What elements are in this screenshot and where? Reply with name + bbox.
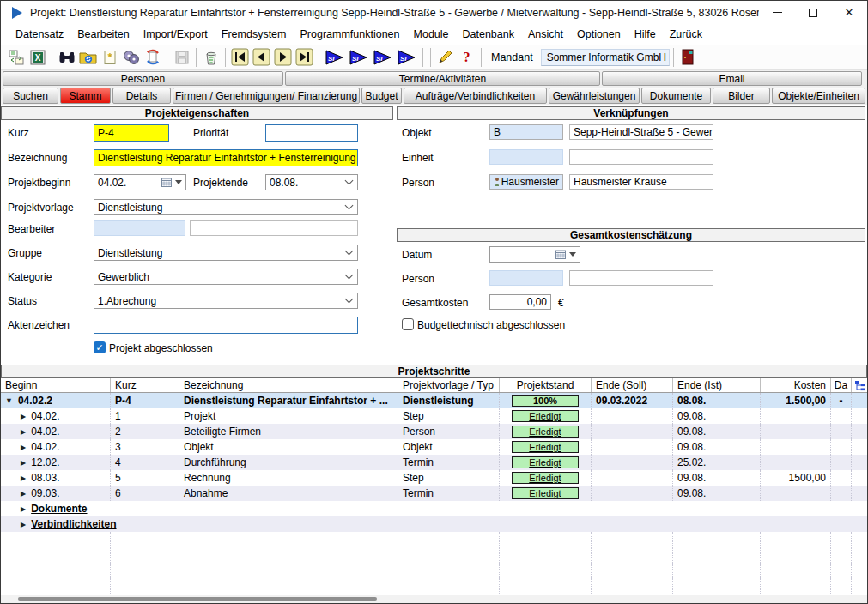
person-code-field[interactable]: Hausmeister xyxy=(489,174,563,190)
column-header-kurz[interactable]: Kurz xyxy=(111,378,179,392)
tab-email[interactable]: Email xyxy=(602,71,862,86)
expand-right-icon[interactable]: ▶ xyxy=(21,428,26,436)
table-row-step[interactable]: ▶09.03.6AbnahmeTerminErledigt09.08. xyxy=(1,486,867,501)
menu-item-import-export[interactable]: Import/Export xyxy=(137,26,215,43)
datum-field[interactable] xyxy=(489,246,580,263)
expand-right-icon[interactable]: ▶ xyxy=(21,474,26,482)
si-module-1-icon[interactable]: SI xyxy=(323,46,347,68)
prioritaet-field[interactable] xyxy=(265,124,358,142)
chevron-down-icon[interactable] xyxy=(345,295,354,304)
tab-firmen-genehmigungen-finanzierung[interactable]: Firmen / Genehmigungen/ Finanzierung xyxy=(173,88,360,104)
expand-right-icon[interactable]: ▶ xyxy=(21,444,26,451)
table-row-step[interactable]: ▶04.02.3ObjektObjektErledigt09.08. xyxy=(1,439,867,455)
einheit-name-field[interactable] xyxy=(569,149,713,165)
aktenzeichen-field[interactable] xyxy=(94,317,358,334)
tab-auftr-ge-verbindlichkeiten[interactable]: Aufträge/Verbindlichkeiten xyxy=(404,88,547,104)
tab-details[interactable]: Details xyxy=(112,88,171,104)
status-badge[interactable]: Erledigt xyxy=(512,472,579,484)
objekt-code-field[interactable]: B xyxy=(489,124,563,140)
status-badge[interactable]: Erledigt xyxy=(512,487,579,499)
objekt-name-field[interactable]: Sepp-Heindl-Straße 5 - Gewerbe / xyxy=(569,124,713,140)
tab-gew-hrleistungen[interactable]: Gewährleistungen xyxy=(549,88,640,104)
edit-pencil-icon[interactable] xyxy=(434,46,456,68)
bezeichnung-field[interactable]: Dienstleistung Reparatur Einfahrtstor + … xyxy=(94,149,358,166)
table-row-step[interactable]: ▶04.02.2Beteiligte FirmenPersonErledigt0… xyxy=(1,424,867,439)
chevron-down-icon[interactable] xyxy=(345,202,354,210)
scrollbar-thumb[interactable] xyxy=(18,597,377,601)
status-dropdown[interactable]: 1.Abrechung xyxy=(94,293,358,309)
nav-previous-icon[interactable] xyxy=(251,46,272,68)
status-badge[interactable]: Erledigt xyxy=(512,410,579,422)
menu-item-module[interactable]: Module xyxy=(407,26,456,43)
expand-right-icon[interactable]: ▶ xyxy=(21,521,26,528)
einheit-code-field[interactable] xyxy=(489,149,563,165)
tab-budget[interactable]: Budget xyxy=(361,88,402,104)
person-name-field[interactable]: Hausmeister Krause xyxy=(569,174,713,190)
expand-right-icon[interactable]: ▶ xyxy=(21,490,26,498)
nav-last-icon[interactable] xyxy=(294,46,315,68)
table-row-verbindlichkeiten[interactable]: ▶Verbindlichkeiten xyxy=(1,516,867,532)
record-selector-icon[interactable] xyxy=(5,46,27,68)
sync-transfer-icon[interactable] xyxy=(142,46,163,68)
kurz-field[interactable]: P-4 xyxy=(94,124,169,142)
tab-bilder[interactable]: Bilder xyxy=(713,88,770,104)
kategorie-dropdown[interactable]: Gewerblich xyxy=(94,269,358,285)
nav-next-icon[interactable] xyxy=(272,46,294,68)
projekt-abgeschlossen-checkbox[interactable]: ✓ xyxy=(94,341,106,353)
status-badge[interactable]: Erledigt xyxy=(512,456,579,468)
column-header-bezeichnung[interactable]: Bezeichnung xyxy=(179,378,398,392)
budget-abgeschlossen-checkbox[interactable] xyxy=(402,318,414,330)
new-document-icon[interactable]: * xyxy=(99,46,120,68)
menu-item-ansicht[interactable]: Ansicht xyxy=(521,26,570,43)
column-header-projektvorlage-typ[interactable]: Projektvorlage / Typ xyxy=(398,378,500,392)
table-row-step[interactable]: ▶04.02.1ProjektStepErledigt09.08. xyxy=(1,408,867,424)
save-icon[interactable] xyxy=(171,46,192,68)
gruppe-dropdown[interactable]: Dienstleistung xyxy=(94,245,358,261)
si-module-4-icon[interactable]: SI xyxy=(395,46,419,68)
cost-person-code-field[interactable] xyxy=(489,270,563,286)
si-module-3-icon[interactable]: SI xyxy=(371,46,395,68)
menu-item-datenbank[interactable]: Datenbank xyxy=(456,26,521,43)
menu-item-hilfe[interactable]: Hilfe xyxy=(628,26,663,43)
minimize-button[interactable] xyxy=(759,1,795,24)
maximize-button[interactable] xyxy=(795,1,831,24)
expand-right-icon[interactable]: ▶ xyxy=(21,459,26,467)
horizontal-scrollbar[interactable] xyxy=(1,595,867,602)
column-header-da[interactable]: Da xyxy=(831,378,852,392)
cost-person-name-field[interactable] xyxy=(569,270,713,286)
column-tree-icon[interactable] xyxy=(852,380,867,391)
column-header-kosten[interactable]: Kosten xyxy=(761,378,831,392)
column-header-beginn[interactable]: Beginn xyxy=(1,378,111,392)
status-badge[interactable]: 100% xyxy=(512,395,579,407)
chevron-down-icon[interactable] xyxy=(345,271,354,280)
menu-item-fremdsystem[interactable]: Fremdsystem xyxy=(215,26,294,43)
projektvorlage-dropdown[interactable]: Dienstleistung xyxy=(94,199,358,215)
menu-item-bearbeiten[interactable]: Bearbeiten xyxy=(70,26,136,43)
tab-termine-aktivit-ten[interactable]: Termine/Aktivitäten xyxy=(285,71,600,86)
gesamtkosten-field[interactable]: 0,00 xyxy=(489,294,551,310)
menu-item-programmfunktionen[interactable]: Programmfunktionen xyxy=(293,26,406,43)
menu-item-datensatz[interactable]: Datensatz xyxy=(9,26,70,43)
dropdown-arrow-icon[interactable] xyxy=(175,180,182,184)
tab-objekte-einheiten[interactable]: Objekte/Einheiten xyxy=(772,88,865,104)
column-header-ende-ist[interactable]: Ende (Ist) xyxy=(673,378,761,392)
tab-stamm[interactable]: Stamm xyxy=(60,88,111,104)
dropdown-arrow-icon[interactable] xyxy=(569,252,576,257)
expand-right-icon[interactable]: ▶ xyxy=(21,413,26,420)
excel-export-icon[interactable]: X xyxy=(27,46,48,68)
projektbeginn-field[interactable]: 04.02. xyxy=(94,174,186,190)
close-button[interactable]: ✕ xyxy=(831,1,867,24)
si-module-2-icon[interactable]: SI xyxy=(347,46,371,68)
table-row-step[interactable]: ▶08.03.5RechnungStepErledigt09.08.1500,0… xyxy=(1,470,867,486)
gears-icon[interactable] xyxy=(120,46,142,68)
bearbeiter-name-field[interactable] xyxy=(190,220,358,236)
column-header-projektstand[interactable]: Projektstand xyxy=(500,378,592,392)
nav-first-icon[interactable] xyxy=(229,46,251,68)
chevron-down-icon[interactable] xyxy=(345,177,354,185)
table-row-project[interactable]: ▼04.02.2P-4Dienstleistung Reparatur Einf… xyxy=(1,393,867,408)
projektende-field[interactable]: 08.08. xyxy=(265,174,358,190)
tab-suchen[interactable]: Suchen xyxy=(3,88,58,104)
search-binoculars-icon[interactable] xyxy=(56,46,77,68)
exit-door-icon[interactable] xyxy=(677,46,699,68)
status-badge[interactable]: Erledigt xyxy=(512,441,579,453)
